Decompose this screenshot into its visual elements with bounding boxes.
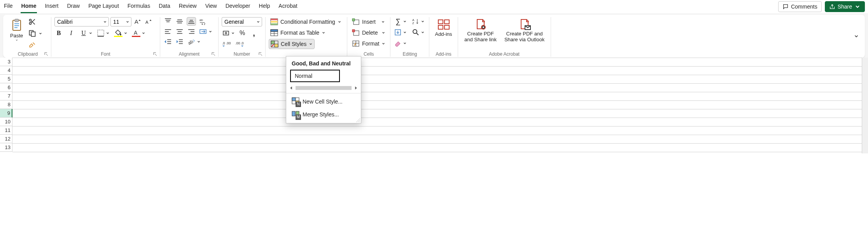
align-middle-button[interactable] [175, 17, 184, 26]
chevron-down-icon[interactable] [15, 39, 19, 42]
chevron-down-icon[interactable] [124, 31, 128, 35]
tab-draw[interactable]: Draw [66, 0, 80, 13]
wrap-text-button[interactable]: ab [198, 17, 208, 26]
cell-styles-button[interactable]: Cell Styles [269, 39, 315, 49]
fill-button[interactable] [394, 28, 402, 37]
tab-acrobat[interactable]: Acrobat [278, 0, 298, 13]
style-swatch-normal[interactable]: Normal [290, 70, 340, 82]
align-bottom-button[interactable] [187, 17, 196, 26]
copy-button[interactable] [28, 29, 37, 38]
merge-styles-item[interactable]: M Merge Styles... [289, 108, 359, 121]
number-format-input[interactable] [222, 19, 255, 25]
row-header[interactable]: 6 [0, 83, 12, 92]
shrink-font-button[interactable]: A [144, 17, 153, 26]
launcher-number[interactable] [258, 51, 263, 56]
chevron-down-icon[interactable] [403, 30, 407, 34]
launcher-clipboard[interactable] [44, 51, 49, 56]
tab-developer[interactable]: Developer [225, 0, 251, 13]
delete-cells-button[interactable]: Delete [350, 28, 387, 37]
comments-button[interactable]: Comments [778, 1, 822, 12]
font-size-combo[interactable] [110, 17, 131, 26]
decrease-decimal-button[interactable]: .00.0 [235, 40, 245, 48]
underline-button[interactable]: U [79, 29, 88, 37]
tab-help[interactable]: Help [258, 0, 271, 13]
chevron-down-icon[interactable] [106, 31, 110, 35]
row-header[interactable]: 8 [0, 100, 12, 109]
decrease-indent-button[interactable] [163, 37, 173, 46]
chevron-down-icon[interactable] [421, 30, 425, 34]
tab-insert[interactable]: Insert [44, 0, 59, 13]
launcher-alignment[interactable] [211, 51, 216, 56]
chevron-down-icon[interactable] [142, 31, 145, 35]
chevron-down-icon[interactable] [208, 30, 212, 33]
accounting-format-button[interactable] [222, 29, 230, 37]
tab-file[interactable]: File [3, 0, 14, 13]
increase-decimal-button[interactable]: .0.00 [222, 40, 232, 48]
font-name-combo[interactable] [54, 17, 109, 26]
new-cell-style-item[interactable]: N New Cell Style... [289, 95, 359, 108]
chevron-down-icon[interactable] [403, 19, 407, 23]
sort-filter-button[interactable]: AZ [411, 17, 420, 26]
share-button[interactable]: Share [825, 1, 865, 12]
tab-data[interactable]: Data [158, 0, 171, 13]
row-header[interactable]: 10 [0, 118, 12, 126]
gallery-scrollbar[interactable] [289, 86, 358, 90]
border-button[interactable] [96, 29, 105, 37]
format-painter-button[interactable] [28, 40, 37, 50]
conditional-formatting-button[interactable]: Conditional Formatting [269, 17, 343, 26]
row-header[interactable]: 7 [0, 92, 12, 100]
grow-font-button[interactable]: A [133, 17, 142, 26]
percent-button[interactable]: % [238, 29, 247, 37]
addins-button[interactable]: Add-ins [432, 17, 454, 39]
format-as-table-button[interactable]: Format as Table [269, 28, 327, 37]
row-header[interactable]: 3 [0, 58, 12, 66]
row-header[interactable]: 9 [0, 109, 12, 118]
tab-view[interactable]: View [205, 0, 218, 13]
format-cells-button[interactable]: Format [350, 39, 387, 48]
row-header[interactable]: 13 [0, 143, 12, 152]
scroll-track[interactable] [296, 86, 352, 90]
scroll-left-icon[interactable] [289, 86, 293, 90]
chevron-down-icon[interactable] [38, 32, 42, 35]
orientation-button[interactable]: ab [187, 37, 196, 46]
row-header[interactable]: 4 [0, 66, 12, 75]
launcher-font[interactable] [153, 51, 158, 56]
spreadsheet-grid[interactable]: 345678910111213 [0, 58, 868, 153]
increase-indent-button[interactable] [175, 37, 184, 46]
tab-formulas[interactable]: Formulas [127, 0, 151, 13]
cut-button[interactable] [28, 17, 37, 26]
chevron-down-icon[interactable] [403, 41, 407, 45]
row-header[interactable]: 5 [0, 75, 12, 83]
fill-color-button[interactable] [114, 29, 123, 37]
paste-button[interactable]: Paste [8, 17, 25, 43]
vertical-scrollbar[interactable] [862, 58, 868, 153]
collapse-ribbon-button[interactable] [852, 32, 861, 41]
row-header[interactable]: 11 [0, 126, 12, 135]
font-color-button[interactable]: A [131, 29, 141, 37]
align-top-button[interactable] [163, 17, 173, 26]
insert-cells-button[interactable]: Insert [350, 17, 387, 26]
autosum-button[interactable]: ∑ [394, 17, 402, 26]
align-right-button[interactable] [187, 27, 196, 36]
create-pdf-outlook-button[interactable]: Create PDF and Share via Outlook [502, 17, 548, 44]
bold-button[interactable]: B [54, 29, 63, 37]
resize-grip-icon[interactable] [355, 118, 360, 122]
clear-button[interactable] [394, 39, 402, 47]
font-size-input[interactable] [111, 19, 124, 25]
align-left-button[interactable] [163, 27, 173, 36]
align-center-button[interactable] [175, 27, 184, 36]
comma-button[interactable]: , [250, 29, 258, 37]
tab-review[interactable]: Review [178, 0, 198, 13]
find-select-button[interactable] [411, 28, 420, 37]
merge-center-button[interactable] [198, 27, 208, 36]
tab-page-layout[interactable]: Page Layout [88, 0, 120, 13]
row-header[interactable]: 12 [0, 135, 12, 143]
cells-area[interactable] [12, 58, 862, 153]
font-name-input[interactable] [55, 19, 102, 25]
chevron-down-icon[interactable] [421, 19, 425, 23]
chevron-down-icon[interactable] [89, 31, 93, 35]
scroll-right-icon[interactable] [354, 86, 358, 90]
chevron-down-icon[interactable] [231, 31, 235, 35]
chevron-down-icon[interactable] [197, 40, 201, 44]
italic-button[interactable]: I [67, 29, 75, 37]
